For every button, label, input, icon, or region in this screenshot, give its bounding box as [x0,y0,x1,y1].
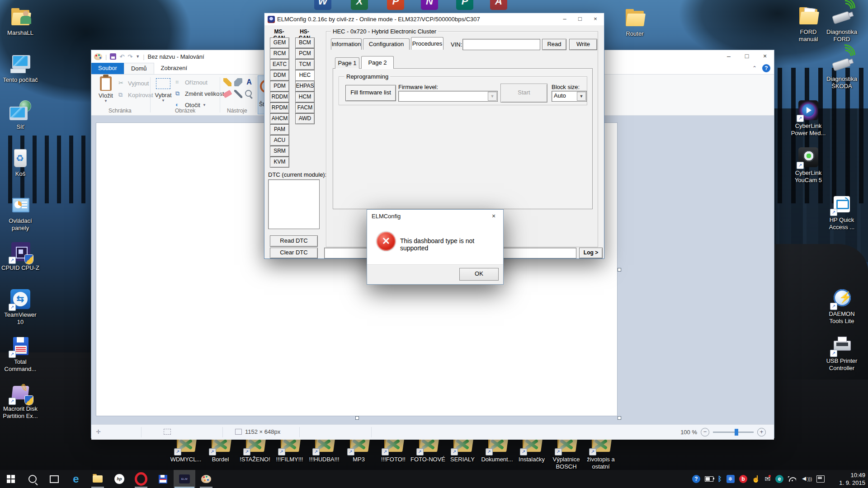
module-button-ddm[interactable]: DDM [270,70,289,81]
dialog-titlebar[interactable]: ELMConfig × [367,210,503,223]
text-tool-icon[interactable]: A [245,78,253,86]
tray-icon-volume[interactable]: ◄))) [801,474,812,483]
desktop-icon-cyberlink-youcam-5[interactable]: ↗CyberLink YouCam 5 [783,146,833,184]
module-button-gem[interactable]: GEM [270,38,289,48]
eraser-tool-icon[interactable] [223,90,232,98]
elm-close-button[interactable]: × [588,13,603,25]
taskbar-icon-elmconfig[interactable]: ELM [174,470,195,488]
tray-icon-bloody[interactable]: ☝ [752,475,760,483]
taskbar-icon-file-explorer[interactable] [87,470,108,488]
tray-icon-mail[interactable]: ✉ [765,475,771,483]
paint-minimize-button[interactable]: – [720,50,738,63]
fill-tool-icon[interactable] [234,78,242,86]
module-button-awd[interactable]: AWD [295,113,315,124]
tab-configuration[interactable]: Configuration [363,38,410,50]
undo-icon[interactable]: ↶ [119,53,124,60]
fill-firmware-list-button[interactable]: Fill firmware list [345,85,396,101]
module-button-ehpas[interactable]: EHPAS [295,81,315,92]
ok-button[interactable]: OK [459,268,499,281]
vin-input[interactable] [462,39,540,50]
tray-icon-snowflake[interactable]: ❄ [726,475,735,483]
tab-page-2[interactable]: Page 2 [361,56,394,69]
module-button-hcm[interactable]: HCM [295,92,315,103]
tray-icon-eset[interactable]: e [775,475,783,483]
module-button-tcm[interactable]: TCM [295,59,315,70]
firmware-level-combo[interactable]: ▼ [398,91,498,102]
tab-domu[interactable]: Domů [124,63,154,74]
tray-icon-battery[interactable] [705,476,713,482]
desktop-icon-ovl-dac-panely[interactable]: Ovládací panely [0,194,45,232]
module-button-pdm[interactable]: PDM [270,81,289,92]
copy-button[interactable]: ⧉ Kopírovat [118,90,153,100]
module-button-rddm[interactable]: RDDM [270,92,289,103]
elm-maximize-button[interactable]: □ [572,13,588,25]
desktop-icon-total-command[interactable]: ↗Total Command... [0,335,45,373]
office-icon-fragment-a-5[interactable]: A [490,0,507,11]
log-button[interactable]: Log > [579,248,603,258]
module-button-pam[interactable]: PAM [270,124,289,135]
dtc-listbox[interactable] [268,179,320,229]
office-icon-fragment-n-3[interactable]: N [421,0,438,11]
taskbar-icon-total-commander[interactable] [152,470,174,488]
color-picker-tool-icon[interactable] [234,90,242,98]
paint-maximize-button[interactable]: □ [738,50,756,63]
module-button-rpdm[interactable]: RPDM [270,103,289,113]
canvas-resize-handle-corner[interactable] [618,416,621,420]
elmconfig-titlebar[interactable]: ELMConfig 0.2.16c by civil-zz - Online m… [264,13,604,25]
desktop-icon-s[interactable]: Síť [0,100,45,131]
save-icon[interactable] [110,53,116,60]
help-icon[interactable]: ? [762,64,770,72]
desktop-icon-router[interactable]: Router [610,7,660,38]
taskbar-clock[interactable]: 10:49 1. 9. 2015 [839,471,865,487]
taskbar-icon-start[interactable] [0,470,22,488]
qat-dropdown-icon[interactable]: ▼ [136,54,140,59]
magnifier-tool-icon[interactable] [245,90,252,97]
zoom-in-button[interactable]: + [757,428,766,436]
desktop-icon-diagnostika-koda[interactable]: Diagnostika ŠKODA [817,52,867,90]
start-button[interactable]: Start [500,84,547,103]
module-button-facm[interactable]: FACM [295,103,315,113]
elm-minimize-button[interactable]: – [557,13,572,25]
tray-icon-bluetooth[interactable]: ᛒ [718,475,722,483]
module-button-rcm[interactable]: RCM [270,48,289,59]
module-button-ahcm[interactable]: AHCM [270,113,289,124]
module-button-hec[interactable]: HEC [295,70,315,81]
pencil-tool-icon[interactable] [223,78,231,86]
taskbar-icon-hp[interactable]: hp [108,470,130,488]
desktop-icon-cpuid-cpu-z[interactable]: ↗CPUID CPU-Z [0,241,45,272]
desktop-icon-hp-quick-access[interactable]: ↗HP Quick Access ... [817,193,867,231]
tray-icon-wifi[interactable] [788,476,796,482]
zoom-slider[interactable] [713,432,754,433]
desktop-icon-tento-po-ta[interactable]: Tento počítač [0,53,45,84]
office-icon-fragment-p-2[interactable]: P [387,0,404,11]
taskbar-icon-edge[interactable]: e [65,470,87,488]
tray-icon-action-center[interactable] [816,475,825,483]
office-icon-fragment-x-1[interactable]: X [351,0,368,11]
tab-zobrazeni[interactable]: Zobrazení [154,63,194,74]
ribbon-collapse-icon[interactable]: ⌃ [752,65,757,71]
office-icon-fragment-p-4[interactable]: P [456,0,473,11]
canvas-resize-handle-bottom[interactable] [355,416,359,420]
crop-button[interactable]: ⌗ Oříznout [175,77,208,87]
desktop-icon-ko[interactable]: ♻Koš [0,147,45,178]
tray-icon-beats[interactable]: b [739,475,747,483]
taskbar-icon-search[interactable] [22,470,43,488]
desktop-icon-cyberlink-power-med[interactable]: ↗CyberLink Power Med... [783,99,833,137]
taskbar-icon-paint[interactable] [195,470,217,488]
desktop-icon-macrorit-disk-partition-ex[interactable]: ✎↗Macrorit Disk Partition Ex... [0,382,45,420]
write-button[interactable]: Write [569,39,597,50]
office-icon-fragment-w-0[interactable]: W [314,0,331,11]
module-button-acu[interactable]: ACU [270,135,289,146]
module-button-eatc[interactable]: EATC [270,59,289,70]
tab-information[interactable]: Information [331,38,362,50]
block-size-combo[interactable]: Auto▼ [552,91,587,102]
taskbar-icon-task-view[interactable] [43,470,65,488]
redo-icon[interactable]: ↷ [127,53,132,60]
desktop-icon-marshall[interactable]: MarshaLL [0,6,45,37]
tab-page-1[interactable]: Page 1 [335,57,359,69]
paint-close-button[interactable]: × [756,50,774,63]
resize-button[interactable]: ⧉ Změnit velikost [175,89,224,99]
desktop-icon-teamviewer-10[interactable]: ⇆↗TeamViewer 10 [0,288,45,326]
tab-procedures[interactable]: Procedures [411,37,443,50]
desktop-icon-daemon-tools-lite[interactable]: ⚡↗DAEMON Tools Lite [817,287,867,325]
